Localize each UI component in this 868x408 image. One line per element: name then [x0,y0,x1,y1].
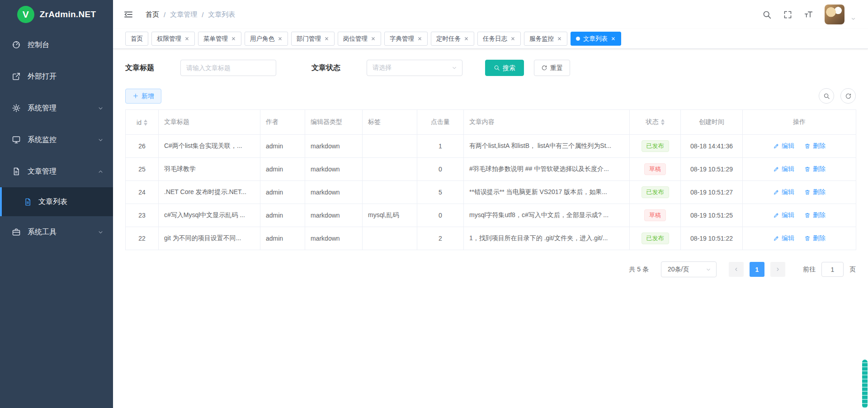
sidebar-item-system-monitor[interactable]: 系统监控 [0,124,113,156]
close-icon[interactable] [184,36,189,41]
logo[interactable]: V ZrAdmin.NET [0,0,113,29]
col-header-status[interactable]: 状态 [630,110,681,135]
prev-page-button[interactable] [729,262,744,277]
tab-label: 任务日志 [483,35,507,43]
table-tools [819,88,856,104]
delete-button[interactable]: 删除 [804,165,826,173]
search-button[interactable]: 搜索 [485,60,524,76]
tab-dept-mgmt[interactable]: 部门管理 [291,32,335,46]
monitor-icon [12,135,21,144]
tab-user-role[interactable]: 用户角色 [245,32,288,46]
page-size-select[interactable]: 20条/页 [661,261,717,277]
toggle-search-button[interactable] [819,88,834,104]
sidebar-item-console[interactable]: 控制台 [0,29,113,61]
refresh-button[interactable] [840,88,856,104]
avatar[interactable] [825,5,844,24]
close-icon[interactable] [557,36,562,41]
delete-button[interactable]: 删除 [804,142,826,150]
chevron-down-icon[interactable] [850,16,856,22]
close-icon[interactable] [417,36,422,41]
tab-permission-mgmt[interactable]: 权限管理 [151,32,195,46]
sidebar-item-article-mgmt[interactable]: 文章管理 [0,156,113,187]
tab-service-monitor[interactable]: 服务监控 [524,32,567,46]
close-icon[interactable] [324,36,329,41]
col-header-actions: 操作 [743,110,856,135]
sort-caret-icon[interactable] [661,119,665,125]
cell-id: 22 [126,227,159,250]
external-link-icon [12,72,21,81]
add-button[interactable]: 新增 [125,89,161,104]
close-icon[interactable] [371,36,376,41]
col-header-clicks: 点击量 [417,110,464,135]
sidebar-item-system-mgmt[interactable]: 系统管理 [0,92,113,124]
edit-label: 编辑 [782,211,794,219]
breadcrumb-home[interactable]: 首页 [146,10,159,19]
hamburger-icon[interactable] [123,9,134,20]
cell-actions: 编辑 删除 [743,204,856,227]
breadcrumb: 首页 / 文章管理 / 文章列表 [146,10,235,19]
document-icon [24,198,32,206]
document-icon [12,167,21,176]
search-icon[interactable] [762,10,772,19]
tab-task-log[interactable]: 任务日志 [477,32,521,46]
close-icon[interactable] [231,36,236,41]
cell-clicks: 1 [417,135,464,158]
edit-button[interactable]: 编辑 [773,142,794,150]
col-header-title: 文章标题 [159,110,260,135]
tab-article-list[interactable]: 文章列表 [571,32,621,46]
edit-button[interactable]: 编辑 [773,234,794,242]
table-row: 25 羽毛球教学 admin markdown 0 #羽毛球拍参数说明 ## 中… [126,158,856,181]
fullscreen-icon[interactable] [783,10,793,19]
topbar: 首页 / 文章管理 / 文章列表 [113,0,868,29]
cell-actions: 编辑 删除 [743,227,856,250]
sort-caret-icon[interactable] [144,119,147,126]
tab-menu-mgmt[interactable]: 菜单管理 [198,32,241,46]
tab-dict-mgmt[interactable]: 字典管理 [384,32,428,46]
dashboard-icon [12,40,21,49]
close-icon[interactable] [611,36,616,41]
sidebar-item-external-open[interactable]: 外部打开 [0,61,113,92]
status-filter-select[interactable]: 请选择 [367,60,462,76]
reset-button[interactable]: 重置 [534,60,570,76]
edit-icon [773,212,779,218]
page-1-button[interactable]: 1 [750,262,764,277]
goto-page-input[interactable] [821,262,844,277]
cell-tags [363,181,417,204]
sidebar-item-label: 控制台 [28,40,49,50]
col-header-id[interactable]: id [126,110,159,135]
chevron-up-icon [97,168,104,175]
col-header-created: 创建时间 [681,110,743,135]
title-filter-input[interactable] [180,60,276,76]
close-icon[interactable] [510,36,515,41]
cell-tags: mysql,乱码 [363,204,417,227]
edit-icon [773,143,779,149]
edit-button[interactable]: 编辑 [773,165,794,173]
delete-button[interactable]: 删除 [804,234,826,242]
delete-button[interactable]: 删除 [804,211,826,219]
close-icon[interactable] [278,36,283,41]
col-label: id [137,119,142,126]
tab-scheduled-tasks[interactable]: 定时任务 [431,32,474,46]
sidebar-item-article-list[interactable]: 文章列表 [0,187,113,216]
tab-home[interactable]: 首页 [125,32,148,46]
sidebar-item-system-tools[interactable]: 系统工具 [0,216,113,248]
content: 文章标题 文章状态 请选择 搜索 重置 [113,49,868,408]
edit-label: 编辑 [782,142,794,150]
close-icon[interactable] [464,36,469,41]
breadcrumb-section[interactable]: 文章管理 [170,10,197,19]
font-size-icon[interactable] [804,10,813,19]
tab-label: 首页 [131,35,143,43]
cell-author: admin [260,135,305,158]
scrollbar-thumb[interactable] [862,360,868,408]
cell-created: 08-19 10:51:22 [681,227,743,250]
cell-status: 草稿 [630,158,681,181]
cell-tags [363,158,417,181]
edit-button[interactable]: 编辑 [773,211,794,219]
tab-post-mgmt[interactable]: 岗位管理 [338,32,381,46]
cell-title: c#写入Mysql中文显示乱码 ... [159,204,260,227]
edit-button[interactable]: 编辑 [773,188,794,196]
total-count: 共 5 条 [629,266,649,274]
delete-label: 删除 [813,188,826,196]
next-page-button[interactable] [770,262,785,277]
delete-button[interactable]: 删除 [804,188,826,196]
